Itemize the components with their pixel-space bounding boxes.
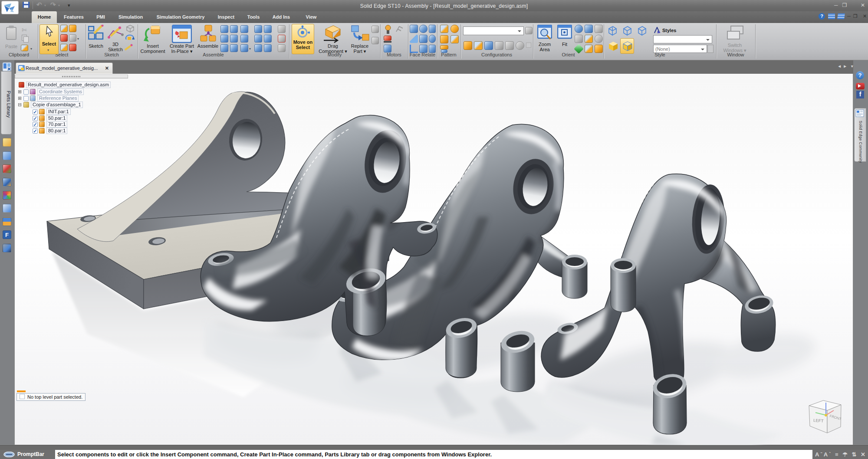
svg-text:LEFT: LEFT: [813, 418, 824, 423]
